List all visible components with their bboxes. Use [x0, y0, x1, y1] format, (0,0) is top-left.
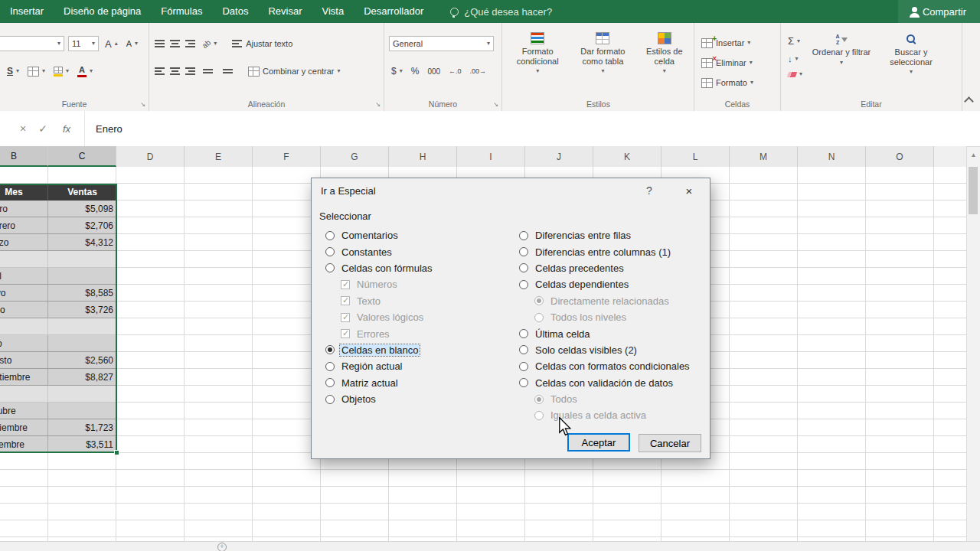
- orientation-button[interactable]: ab▾: [200, 38, 219, 50]
- option-celdas-con-formulas[interactable]: Celdas con fórmulas: [325, 260, 434, 276]
- format-cells-button[interactable]: Formato▾: [699, 77, 756, 90]
- radio-celdas-con-formatos-condicionales[interactable]: [519, 362, 528, 371]
- option-region-actual[interactable]: Región actual: [325, 358, 434, 374]
- option-diferencias-entre-columnas-1[interactable]: Diferencias entre columnas (1): [519, 243, 691, 259]
- cell-sales[interactable]: [48, 251, 116, 267]
- align-center-icon[interactable]: [169, 66, 181, 77]
- cell-month[interactable]: Julio: [0, 335, 48, 351]
- format-as-table-button[interactable]: Dar formato como tabla▾: [571, 31, 634, 74]
- number-format-combobox[interactable]: General▾: [389, 36, 494, 51]
- align-top-icon[interactable]: [154, 38, 165, 49]
- column-header-m[interactable]: M: [730, 146, 798, 167]
- cell-styles-button[interactable]: Estilos de celda▾: [639, 31, 691, 74]
- ribbon-tab-datos[interactable]: Datos: [212, 0, 258, 23]
- column-header-h[interactable]: H: [389, 146, 457, 167]
- cancel-entry-icon[interactable]: ×: [20, 122, 26, 135]
- radio-celdas-con-validacion-de-datos[interactable]: [519, 378, 528, 387]
- currency-button[interactable]: $▾: [389, 64, 405, 78]
- column-header-d[interactable]: D: [116, 146, 185, 167]
- radio-celdas-dependientes[interactable]: [519, 280, 528, 289]
- delete-cells-button[interactable]: ×Eliminar▾: [699, 57, 755, 70]
- option-celdas-con-validacion-de-datos[interactable]: Celdas con validación de datos: [519, 375, 691, 391]
- comma-style-button[interactable]: 000: [425, 66, 443, 77]
- radio-diferencias-entre-filas[interactable]: [519, 231, 528, 240]
- ribbon-tab-insertar[interactable]: Insertar: [0, 0, 54, 23]
- insert-cells-button[interactable]: +Insertar▾: [699, 37, 753, 50]
- align-left-icon[interactable]: [154, 66, 165, 77]
- wrap-text-button[interactable]: Ajustar texto: [229, 37, 295, 51]
- font-size-combobox[interactable]: 11▾: [68, 36, 99, 51]
- cell-sales[interactable]: $8,827: [48, 369, 116, 385]
- cell-sales[interactable]: $3,726: [48, 302, 116, 318]
- find-select-button[interactable]: Buscar y seleccionar▾: [878, 32, 944, 75]
- ribbon-tab-desarrollador[interactable]: Desarrollador: [354, 0, 433, 23]
- decrease-decimal-button[interactable]: .00→: [468, 66, 489, 77]
- radio-solo-celdas-visibles-2[interactable]: [519, 345, 528, 354]
- vertical-scrollbar[interactable]: ▲: [966, 147, 980, 542]
- new-sheet-button[interactable]: +: [217, 543, 227, 551]
- formula-bar-value[interactable]: Enero: [96, 123, 122, 135]
- dialog-close-button[interactable]: ×: [673, 178, 705, 203]
- cell-month[interactable]: Agosto: [0, 352, 48, 368]
- radio-region-actual[interactable]: [325, 362, 335, 371]
- align-bottom-icon[interactable]: [185, 38, 196, 49]
- dialog-launcher-icon[interactable]: ↘: [140, 101, 145, 108]
- cell-month[interactable]: Mes: [0, 184, 48, 201]
- insert-function-icon[interactable]: fx: [63, 123, 70, 135]
- align-middle-icon[interactable]: [169, 38, 181, 49]
- clear-button[interactable]: ▾: [786, 70, 805, 79]
- cancel-button[interactable]: Cancelar: [639, 434, 701, 452]
- column-header-n[interactable]: N: [798, 146, 866, 167]
- cell-month[interactable]: Abril: [0, 268, 48, 284]
- percent-button[interactable]: %: [409, 64, 422, 78]
- column-header-e[interactable]: E: [185, 146, 253, 167]
- radio-celdas-precedentes[interactable]: [519, 263, 528, 272]
- fill-color-button[interactable]: ▾: [51, 65, 71, 78]
- column-header-g[interactable]: G: [321, 146, 389, 167]
- dialog-launcher-icon[interactable]: ↘: [493, 101, 498, 108]
- cell-sales[interactable]: $3,511: [48, 436, 116, 452]
- autosum-button[interactable]: Σ▾: [786, 34, 805, 48]
- scroll-up-icon[interactable]: ▲: [967, 152, 980, 158]
- confirm-entry-icon[interactable]: ✓: [38, 122, 47, 135]
- cell-month[interactable]: Septiembre: [0, 369, 48, 385]
- option-celdas-en-blanco[interactable]: Celdas en blanco: [325, 342, 434, 358]
- cell-month[interactable]: Enero: [0, 201, 48, 217]
- shrink-font-button[interactable]: A▾: [124, 37, 140, 50]
- cell-sales[interactable]: [48, 268, 116, 284]
- column-header-k[interactable]: K: [593, 146, 662, 167]
- option-objetos[interactable]: Objetos: [325, 391, 434, 407]
- column-header-j[interactable]: J: [525, 146, 593, 167]
- dialog-help-button[interactable]: ?: [636, 178, 662, 203]
- option-matriz-actual[interactable]: Matriz actual: [325, 375, 434, 391]
- cell-sales[interactable]: [48, 318, 116, 334]
- cell-month[interactable]: [0, 318, 48, 334]
- ribbon-tab-formulas[interactable]: Fórmulas: [151, 0, 212, 23]
- cell-sales[interactable]: [48, 335, 116, 351]
- column-header-f[interactable]: F: [253, 146, 321, 167]
- increase-indent-button[interactable]: [220, 66, 236, 77]
- scrollbar-thumb[interactable]: [969, 167, 978, 214]
- option-comentarios[interactable]: Comentarios: [325, 227, 434, 243]
- cell-sales[interactable]: $2,706: [48, 217, 116, 233]
- radio-celdas-en-blanco[interactable]: [325, 345, 335, 354]
- sort-filter-button[interactable]: AZOrdenar y filtrar▾: [808, 32, 874, 66]
- cell-month[interactable]: Diciembre: [0, 436, 48, 452]
- option-celdas-precedentes[interactable]: Celdas precedentes: [519, 260, 691, 276]
- cell-sales[interactable]: $2,560: [48, 352, 116, 368]
- font-color-button[interactable]: A▾: [75, 64, 95, 79]
- column-header-i[interactable]: I: [457, 146, 525, 167]
- cell-sales[interactable]: $8,585: [48, 285, 116, 301]
- cell-month[interactable]: Febrero: [0, 217, 48, 233]
- tell-me-search[interactable]: ¿Qué desea hacer?: [450, 6, 552, 18]
- column-header-b[interactable]: B: [0, 146, 48, 167]
- option-celdas-dependientes[interactable]: Celdas dependientes: [519, 276, 691, 292]
- radio-ultima-celda[interactable]: [519, 329, 528, 338]
- radio-matriz-actual[interactable]: [325, 378, 335, 387]
- borders-button[interactable]: ▾: [25, 65, 47, 78]
- align-right-icon[interactable]: [185, 66, 196, 77]
- decrease-indent-button[interactable]: [200, 66, 216, 77]
- cell-month[interactable]: Junio: [0, 302, 48, 318]
- collapse-ribbon-icon[interactable]: [964, 96, 974, 106]
- ribbon-tab-vista[interactable]: Vista: [312, 0, 354, 23]
